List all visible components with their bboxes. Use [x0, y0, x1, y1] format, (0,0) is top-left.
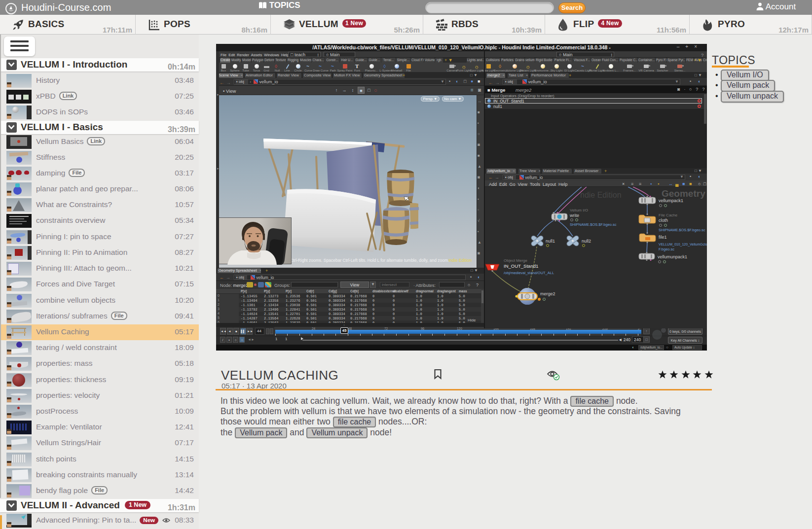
svg-text:file1: file1	[659, 235, 667, 240]
svg-text:merge2: merge2	[540, 291, 555, 296]
svg-text:vellumunpack1: vellumunpack1	[658, 254, 687, 259]
svg-text:IN_OUT_Stand1: IN_OUT_Stand1	[504, 263, 538, 269]
svg-text:null1: null1	[546, 239, 555, 244]
svg-text:File Cache: File Cache	[659, 213, 678, 217]
svg-text:Object Merge: Object Merge	[504, 258, 528, 263]
svg-text:cloth: cloth	[659, 218, 668, 223]
svg-text:SHIPNAME.$OS.$F.bgeo.sc: SHIPNAME.$OS.$F.bgeo.sc	[659, 228, 705, 232]
svg-text:Vellum I/O: Vellum I/O	[570, 208, 588, 212]
svg-text:write: write	[569, 213, 579, 218]
svg-text:/obj/medieval_stand/OUT_ALL: /obj/medieval_stand/OUT_ALL	[504, 271, 554, 275]
svg-text:null2: null2	[582, 239, 591, 244]
svg-text:SHIPNAME.$OS.$F.bgeo.sc: SHIPNAME.$OS.$F.bgeo.sc	[570, 222, 617, 227]
svg-text:vellumpack1: vellumpack1	[659, 198, 683, 203]
svg-text:F.bgeo.sc: F.bgeo.sc	[659, 247, 674, 251]
svg-text:VELLUM_010_120_VellumGcloth.$: VELLUM_010_120_VellumGcloth.$	[659, 243, 707, 247]
